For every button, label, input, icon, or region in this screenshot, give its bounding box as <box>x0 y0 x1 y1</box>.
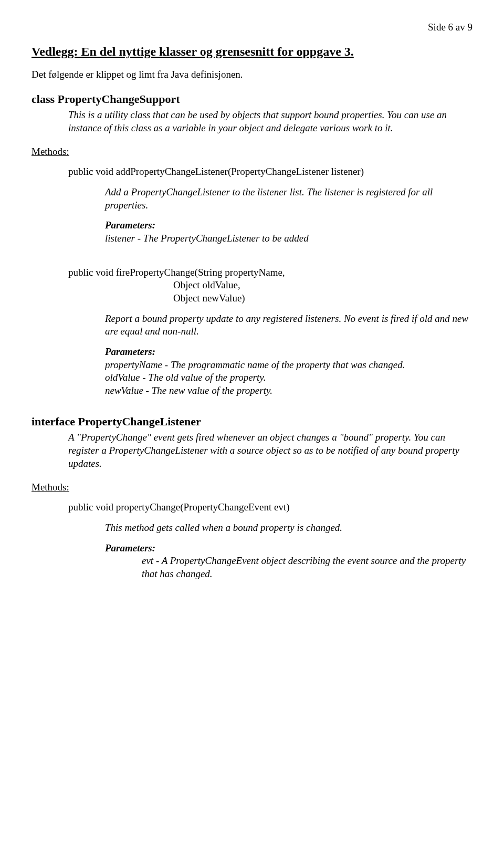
method-description: Report a bound property update to any re… <box>105 312 472 338</box>
method-signature: public void propertyChange(PropertyChang… <box>68 501 472 514</box>
parameters-label: Parameters: <box>105 346 472 359</box>
method-block: public void propertyChange(PropertyChang… <box>32 501 472 580</box>
document-title: Vedlegg: En del nyttige klasser og grens… <box>32 44 472 60</box>
parameter-line: newValue - The new value of the property… <box>105 384 472 398</box>
method-description: This method gets called when a bound pro… <box>105 521 472 535</box>
class-description: This is a utility class that can be used… <box>68 109 472 134</box>
method-block: public void firePropertyChange(String pr… <box>32 266 472 398</box>
method-signature: public void addPropertyChangeListener(Pr… <box>68 165 472 179</box>
class-name: class PropertyChangeSupport <box>32 92 472 107</box>
method-signature-line: public void firePropertyChange(String pr… <box>68 267 285 278</box>
interface-block: interface PropertyChangeListener A "Prop… <box>32 414 472 471</box>
class-block: class PropertyChangeSupport This is a ut… <box>32 92 472 135</box>
parameter-line: listener - The PropertyChangeListener to… <box>105 232 472 245</box>
method-signature-line: Object newValue) <box>173 292 245 305</box>
interface-description: A "PropertyChange" event gets fired when… <box>68 431 472 470</box>
parameter-line: propertyName - The programmatic name of … <box>105 359 472 372</box>
parameter-line: oldValue - The old value of the property… <box>105 371 472 384</box>
methods-label: Methods: <box>32 481 472 494</box>
parameters-label: Parameters: <box>105 542 472 555</box>
method-signature-line: Object oldValue, <box>173 279 240 292</box>
document-page: Side 6 av 9 Vedlegg: En del nyttige klas… <box>0 0 504 602</box>
method-signature: public void firePropertyChange(String pr… <box>68 266 472 305</box>
parameters-label: Parameters: <box>105 219 472 232</box>
page-number: Side 6 av 9 <box>32 21 472 34</box>
method-description: Add a PropertyChangeListener to the list… <box>105 186 472 212</box>
document-subtitle: Det følgende er klippet og limt fra Java… <box>32 68 472 81</box>
interface-name: interface PropertyChangeListener <box>32 414 472 430</box>
method-block: public void addPropertyChangeListener(Pr… <box>32 165 472 245</box>
parameter-line: evt - A PropertyChangeEvent object descr… <box>142 555 472 580</box>
methods-label: Methods: <box>32 145 472 159</box>
